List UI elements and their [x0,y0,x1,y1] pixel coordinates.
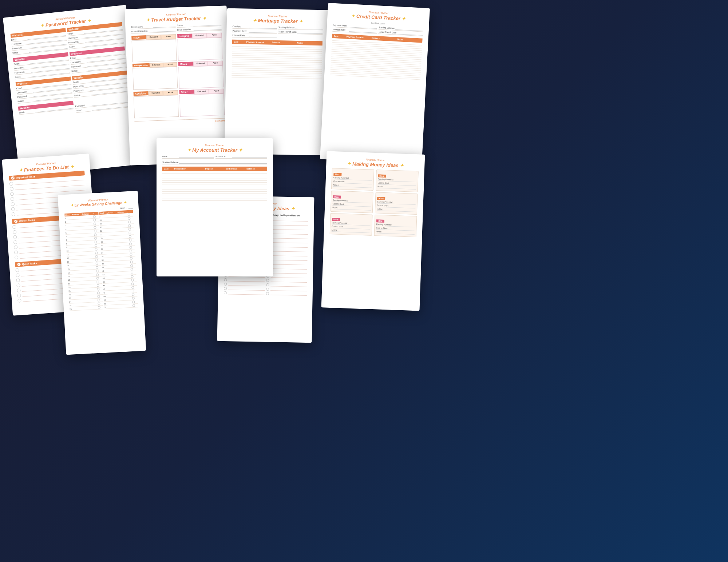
idea-label-3: Idea: [333,195,341,199]
52weeks-document: Financial Planner ✦ 52 Weeks Saving Chal… [58,191,146,355]
estimated-total-label: Estimated [134,118,225,125]
mortgage-title: ✦ Mortgage Tracker ✦ [233,17,323,24]
notes-header: Notes [296,41,322,45]
list-item [224,287,265,291]
credit-target-payoff: Target Payoff Date [378,31,396,34]
list-item [267,235,308,239]
account-tracker-document: Financial Planner ✦ My Account Tracker ✦… [157,138,273,276]
list-item [267,218,308,222]
list-item [267,222,308,226]
idea-label-6: Idea: [376,219,384,223]
credit-notes-header: Notes [396,38,422,42]
list-item [267,240,308,243]
idea-box-3: Idea: Earning Potential: Cost to Start: … [331,191,373,213]
idea-box-4: Idea: Earning Potential: Cost to Start: … [375,192,418,215]
list-item [224,291,265,295]
star-right: ✦ [86,18,91,24]
idea-label-5: Idea: [332,218,340,221]
idea-box-2: Idea: Earning Potential: Cost to Start: … [376,170,419,192]
target-payoff-label: Target Payoff Date: [278,31,297,33]
list-item [224,283,265,286]
account-brand: Financial Planner [162,144,267,147]
credit-card-document: Financial Planner ✦ Credit Card Tracker … [320,3,430,164]
list-item [267,227,308,230]
spend-less-header: Things I will spend less on [272,214,300,216]
account-number-label: Account #: [215,155,232,158]
list-item [224,278,265,282]
mortgage-tracker-document: Financial Planner ✦ Mortgage Tracker ✦ C… [225,8,329,156]
list-item [266,283,307,287]
list-item [266,292,307,296]
password-tracker-document: Financial Planner ✦ Password Tracker ✦ W… [3,5,143,177]
idea-label-1: Idea: [333,173,341,176]
idea-label-2: Idea: [378,174,386,178]
account-title: ✦ My Account Tracker ✦ [162,147,267,153]
idea-box-6: Idea: Earning Potential: Cost to Start: … [374,215,417,237]
star-left: ✦ [40,23,46,28]
notes-1: Notes: [333,184,372,188]
idea-box-5: Idea: Earning Potential: Cost to Start: … [330,213,373,236]
list-item [266,288,307,291]
account-table-header: Date Description Deposit Withdrawal Bala… [162,167,267,171]
idea-label-4: Idea: [377,197,385,200]
table-row [162,199,267,201]
list-item [267,231,308,235]
list-item [266,279,307,283]
money-ideas-document: Financial Planner ✦ Making Money Ideas ✦… [321,151,425,311]
idea-box-1: Idea: Earning Potential: Cost to Start N… [331,168,374,191]
